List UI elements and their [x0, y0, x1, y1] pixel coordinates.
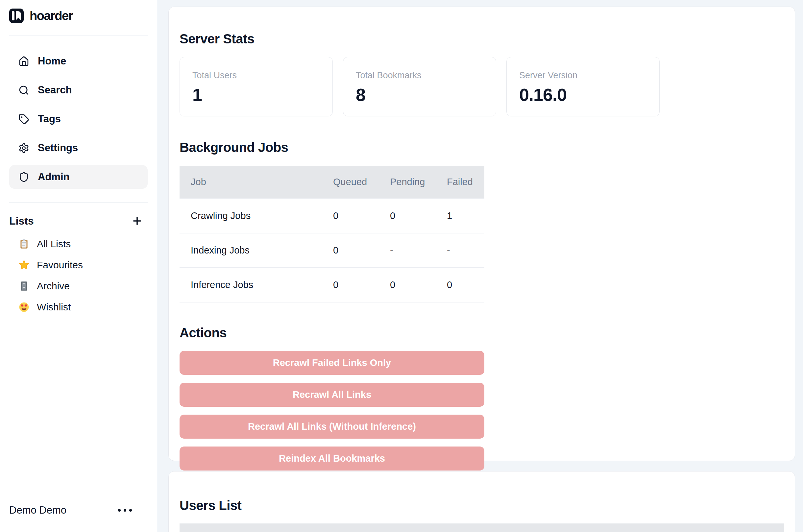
list-item-archive[interactable]: Archive	[9, 278, 148, 294]
background-jobs-table: Job Queued Pending Failed Crawling Jobs …	[179, 166, 484, 303]
jobs-header-queued: Queued	[333, 166, 390, 198]
cell-pending: 0	[390, 268, 446, 302]
file-cabinet-icon	[18, 281, 30, 292]
users-table-header-row: Name Email Role Action	[179, 524, 784, 532]
sidebar-item-label: Settings	[38, 142, 78, 154]
tag-icon	[18, 114, 29, 125]
background-jobs-title: Background Jobs	[179, 140, 784, 154]
heart-eyes-icon	[18, 302, 30, 313]
users-header-email: Email	[362, 524, 589, 532]
list-item-favourites[interactable]: Favourites	[9, 256, 148, 273]
cell-job: Inference Jobs	[179, 268, 333, 302]
sidebar-nav: Home Search Tags Settings Admin	[9, 49, 148, 189]
server-stats-title: Server Stats	[179, 32, 784, 46]
users-header-action: Action	[699, 524, 784, 532]
actions-container: Recrawl Failed Links Only Recrawl All Li…	[179, 351, 484, 471]
app-logo[interactable]: hoarder	[9, 8, 148, 23]
sidebar: hoarder Home Search Tags Settings	[0, 0, 157, 532]
sidebar-item-tags[interactable]: Tags	[9, 107, 148, 131]
recrawl-all-links-without-inference-button[interactable]: Recrawl All Links (Without Inference)	[179, 415, 484, 439]
list-item-wishlist[interactable]: Wishlist	[9, 299, 148, 316]
list-item-label: Favourites	[37, 260, 83, 271]
stat-card-server-version: Server Version 0.16.0	[506, 57, 659, 116]
cell-failed: 1	[446, 198, 484, 233]
jobs-header-pending: Pending	[390, 166, 446, 198]
server-stats-row: Total Users 1 Total Bookmarks 8 Server V…	[179, 57, 784, 116]
users-header-role: Role	[589, 524, 699, 532]
list-item-label: Archive	[37, 281, 70, 292]
actions-title: Actions	[179, 325, 784, 340]
app-title: hoarder	[30, 9, 73, 23]
sidebar-item-settings[interactable]: Settings	[9, 136, 148, 160]
plus-icon	[131, 215, 143, 227]
sidebar-item-label: Tags	[38, 113, 61, 125]
sidebar-item-home[interactable]: Home	[9, 49, 148, 73]
list-item-label: Wishlist	[37, 302, 71, 313]
ellipsis-icon	[117, 509, 133, 512]
stat-card-total-users: Total Users 1	[179, 57, 333, 116]
cell-job: Indexing Jobs	[179, 233, 333, 268]
cell-queued: 0	[333, 198, 390, 233]
sidebar-item-label: Search	[38, 84, 72, 96]
users-list-card: Users List Name Email Role Action	[168, 471, 795, 532]
users-table: Name Email Role Action	[179, 524, 784, 532]
sidebar-item-admin[interactable]: Admin	[9, 165, 148, 189]
recrawl-all-links-button[interactable]: Recrawl All Links	[179, 383, 484, 407]
list-item-all-lists[interactable]: All Lists	[9, 235, 148, 252]
table-row-indexing-jobs: Indexing Jobs 0 - -	[179, 233, 484, 268]
shield-icon	[18, 172, 29, 183]
user-menu[interactable]: Demo Demo	[9, 505, 148, 516]
jobs-header-failed: Failed	[446, 166, 484, 198]
table-row-inference-jobs: Inference Jobs 0 0 0	[179, 268, 484, 302]
sidebar-item-search[interactable]: Search	[9, 78, 148, 102]
lists-title: Lists	[9, 215, 34, 227]
stat-card-total-bookmarks: Total Bookmarks 8	[343, 57, 496, 116]
recrawl-failed-links-button[interactable]: Recrawl Failed Links Only	[179, 351, 484, 375]
cell-job: Crawling Jobs	[179, 198, 333, 233]
jobs-table-header-row: Job Queued Pending Failed	[179, 166, 484, 198]
cell-queued: 0	[333, 233, 390, 268]
admin-panel-card: Server Stats Total Users 1 Total Bookmar…	[168, 6, 795, 461]
house-icon	[18, 56, 29, 67]
cell-queued: 0	[333, 268, 390, 302]
sidebar-divider-lists	[9, 202, 148, 203]
stat-value: 1	[192, 84, 320, 105]
cell-pending: 0	[390, 198, 446, 233]
table-row-crawling-jobs: Crawling Jobs 0 0 1	[179, 198, 484, 233]
stat-label: Server Version	[519, 70, 647, 80]
cell-failed: -	[446, 233, 484, 268]
sidebar-item-label: Admin	[38, 171, 70, 183]
hoarder-logo-icon	[9, 8, 24, 23]
add-list-button[interactable]	[130, 214, 145, 228]
jobs-header-job: Job	[179, 166, 333, 198]
search-icon	[18, 85, 29, 96]
gear-icon	[18, 143, 29, 154]
user-name: Demo Demo	[9, 505, 66, 516]
sidebar-item-label: Home	[38, 55, 66, 67]
lists-container: All Lists Favourites Archive Wishlist	[9, 235, 148, 316]
lists-header: Lists	[9, 214, 148, 228]
sidebar-divider-top	[9, 36, 148, 36]
star-icon	[18, 260, 30, 271]
stat-value: 0.16.0	[519, 84, 647, 105]
clipboard-icon	[18, 239, 30, 250]
stat-label: Total Users	[192, 70, 320, 80]
main-content: Server Stats Total Users 1 Total Bookmar…	[157, 0, 803, 532]
cell-failed: 0	[446, 268, 484, 302]
users-list-title: Users List	[179, 498, 784, 513]
users-header-name: Name	[179, 524, 362, 532]
list-item-label: All Lists	[37, 239, 71, 250]
stat-value: 8	[356, 84, 483, 105]
reindex-all-bookmarks-button[interactable]: Reindex All Bookmarks	[179, 446, 484, 471]
cell-pending: -	[390, 233, 446, 268]
stat-label: Total Bookmarks	[356, 70, 483, 80]
